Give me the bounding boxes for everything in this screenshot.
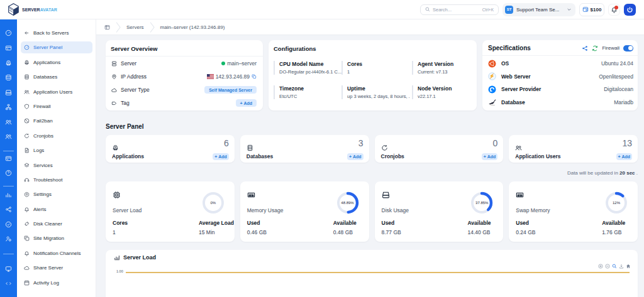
svg-text:MariaDB: MariaDB: [491, 104, 496, 105]
